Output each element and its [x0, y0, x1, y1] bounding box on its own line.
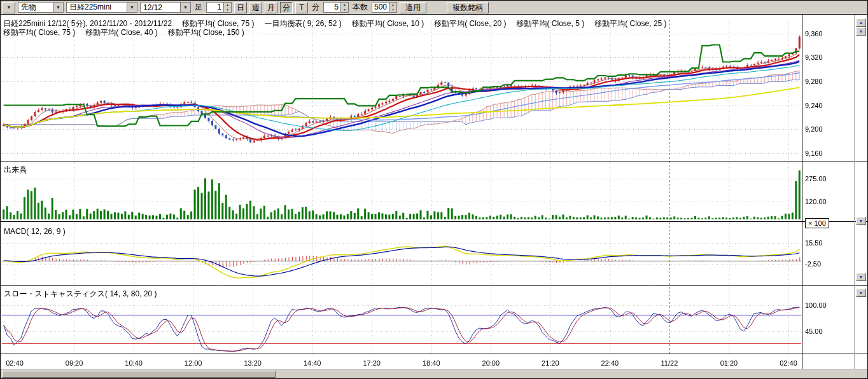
- time-axis-label: 02:40: [780, 359, 797, 367]
- price-axis-label: 9,280: [805, 78, 823, 85]
- volume-panel-button[interactable]: ▼: [856, 217, 866, 225]
- stoch-axis-label: 100.00: [805, 301, 827, 309]
- volume-multiplier-badge: × 100: [805, 218, 829, 228]
- volume-axis-label: 275.00: [805, 175, 827, 183]
- time-axis-label: 11/22: [661, 359, 678, 367]
- multi-symbol-button[interactable]: 複数銘柄: [447, 2, 489, 13]
- chevron-down-icon: ▼: [53, 3, 63, 12]
- bar-count-label: 本数: [351, 2, 369, 13]
- chart-menu-button[interactable]: ▼: [3, 2, 15, 13]
- legend-item: 一目均衡表( 9, 26, 52 ): [264, 19, 341, 28]
- legend-item: 日経225mini 12/12( 5分), 2012/11/20 - 2012/…: [3, 19, 172, 28]
- contract-month-value: 12/12: [141, 3, 180, 12]
- chevron-down-icon: ▼: [7, 5, 11, 10]
- time-axis-label: 17:20: [363, 359, 381, 367]
- scrollbar-thumb[interactable]: [2, 371, 276, 378]
- price-axis-label: 9,160: [805, 149, 823, 157]
- time-axis-label: 20:00: [482, 359, 500, 367]
- period-count-spinner[interactable]: 1 ▴▾: [206, 2, 232, 13]
- spin-up-icon: ▴: [341, 3, 348, 8]
- stoch-panel-title: スロー・ストキャスティクス( 14, 3, 80, 20 ): [4, 289, 157, 300]
- macd-axis-label: 15.50: [805, 239, 823, 247]
- chevron-down-icon: ▼: [127, 3, 137, 12]
- instrument-value: 日経225mini: [67, 2, 127, 13]
- chart-region: 日経225mini 12/12( 5分), 2012/11/20 - 2012/…: [1, 15, 867, 378]
- indicator-legend-line2: 移動平均( Close, 75 )移動平均( Close, 40 )移動平均( …: [3, 27, 255, 38]
- bar-count-value: 500: [372, 3, 389, 12]
- time-axis-label: 22:40: [601, 359, 619, 367]
- triangle-down-icon: ▼: [859, 291, 864, 295]
- triangle-up-icon: ▲: [859, 20, 864, 25]
- time-axis-label: 02:40: [6, 359, 24, 367]
- period-button-day[interactable]: 日: [234, 2, 247, 13]
- macd-panel-button[interactable]: ▼: [856, 273, 866, 281]
- triangle-down-icon: ▼: [859, 219, 864, 223]
- macd-panel-title: MACD( 12, 26, 9 ): [4, 227, 66, 236]
- triangle-down-icon: ▼: [859, 275, 864, 279]
- period-button-week[interactable]: 週: [249, 2, 262, 13]
- time-axis-label: 09:20: [66, 359, 83, 367]
- spin-up-icon: ▴: [389, 3, 396, 8]
- volume-axis-label: 120.00: [805, 198, 827, 205]
- spinner-buttons[interactable]: ▴▾: [223, 3, 231, 12]
- spin-down-icon: ▾: [224, 8, 231, 13]
- time-axis-label: 10:40: [125, 359, 143, 367]
- legend-item: 移動平均( Close, 20 ): [434, 19, 506, 28]
- time-axis-label: 14:40: [304, 359, 321, 367]
- time-axis-label: 01:20: [720, 359, 738, 367]
- price-scroll-down-button[interactable]: ▼: [856, 27, 866, 36]
- instrument-type-value: 先物: [18, 2, 53, 13]
- time-axis-label: 13:20: [244, 359, 262, 367]
- price-axis-label: 9,240: [805, 102, 823, 109]
- time-axis-label: 21:20: [542, 359, 559, 367]
- legend-item: 移動平均( Close, 150 ): [168, 28, 244, 37]
- legend-item: 移動平均( Close, 5 ): [517, 19, 585, 28]
- price-axis-label: 9,360: [805, 30, 823, 38]
- legend-item: 移動平均( Close, 40 ): [85, 28, 157, 37]
- minutes-value: 5: [324, 3, 340, 12]
- minutes-spinner[interactable]: 5 ▴▾: [323, 2, 349, 13]
- legend-item: 移動平均( Close, 10 ): [352, 19, 424, 28]
- spinner-buttons[interactable]: ▴▾: [389, 3, 396, 12]
- price-chart-canvas[interactable]: [1, 15, 867, 378]
- spin-down-icon: ▾: [341, 8, 348, 13]
- price-axis-label: 9,200: [805, 125, 823, 133]
- contract-month-select[interactable]: 12/12 ▼: [140, 2, 191, 13]
- legend-item: 移動平均( Close, 75 ): [182, 19, 254, 28]
- legend-item: 移動平均( Close, 25 ): [594, 19, 666, 28]
- bar-count-spinner[interactable]: 500 ▴▾: [372, 2, 397, 13]
- stoch-axis-label: 45.00: [805, 327, 823, 335]
- time-axis-label: 12:00: [185, 359, 202, 367]
- spin-down-icon: ▾: [389, 8, 396, 13]
- period-button-month[interactable]: 月: [265, 2, 277, 13]
- horizontal-scrollbar[interactable]: [1, 369, 867, 378]
- stoch-panel-button[interactable]: ▼: [856, 289, 866, 297]
- toolbar: ▼ 先物 ▼ 日経225mini ▼ 12/12 ▼ 足 1 ▴▾ 日 週 月 …: [1, 1, 867, 15]
- legend-item: 移動平均( Close, 75 ): [3, 28, 75, 37]
- chart-application-window: ▼ 先物 ▼ 日経225mini ▼ 12/12 ▼ 足 1 ▴▾ 日 週 月 …: [0, 0, 868, 379]
- spin-up-icon: ▴: [224, 3, 231, 8]
- period-label: 足: [193, 2, 204, 13]
- price-scroll-up-button[interactable]: ▲: [856, 18, 866, 27]
- spinner-buttons[interactable]: ▴▾: [340, 3, 348, 12]
- period-count-value: 1: [207, 3, 223, 12]
- apply-button[interactable]: 適用: [400, 2, 426, 13]
- volume-panel-title: 出来高: [4, 165, 27, 176]
- chevron-down-icon: ▼: [180, 3, 190, 12]
- macd-axis-label: -2.50: [805, 260, 821, 268]
- time-axis-label: 18:40: [423, 359, 440, 367]
- instrument-type-select[interactable]: 先物 ▼: [18, 2, 64, 13]
- minutes-label: 分: [311, 2, 321, 13]
- period-button-tick[interactable]: T: [295, 2, 308, 13]
- instrument-select[interactable]: 日経225mini ▼: [66, 2, 137, 13]
- triangle-down-icon: ▼: [859, 29, 864, 34]
- period-button-minute[interactable]: 分: [280, 2, 293, 13]
- price-axis-label: 9,320: [805, 53, 823, 61]
